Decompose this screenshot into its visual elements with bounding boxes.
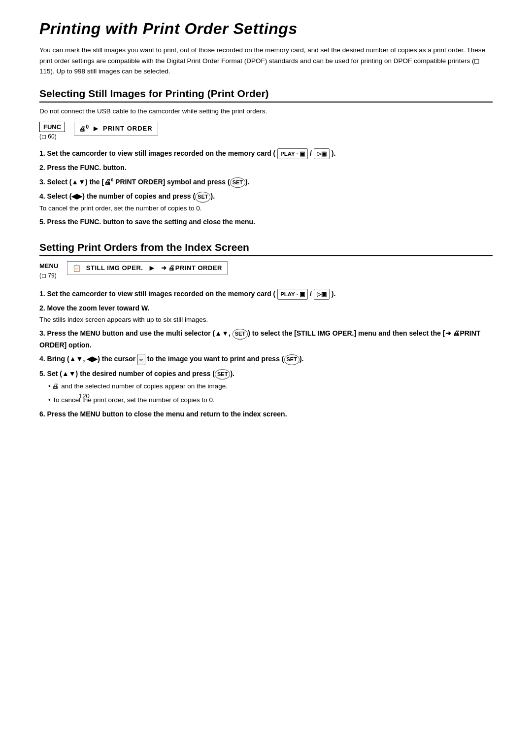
set-badge-3: SET <box>233 329 248 340</box>
page-title: Printing with Print Order Settings <box>39 20 493 38</box>
set-badge-5: SET <box>215 369 230 380</box>
intro-paragraph: You can mark the still images you want t… <box>39 45 493 77</box>
still-img-icon: 📋 <box>72 264 81 272</box>
set-badge-4: SET <box>284 354 299 365</box>
step-1-4-note: To cancel the print order, set the numbe… <box>39 203 493 214</box>
section2-wrapper: Setting Print Orders from the Index Scre… <box>39 241 493 419</box>
set-badge-2: SET <box>195 192 210 203</box>
menu-label: MENU <box>39 262 58 270</box>
cursor-symbol: ✏ <box>137 354 145 365</box>
step-1-3: 3. Select (▲▼) the [🖨0 PRINT ORDER] symb… <box>39 176 493 188</box>
func-menu-box: 🖨0 ► PRINT ORDER <box>74 122 158 136</box>
page-number: 120 <box>79 392 90 400</box>
func-ref: (◻ 60) <box>39 133 57 140</box>
menu-row: MENU (◻ 79) 📋 STILL IMG OPER. ► ➜ 🖨PRINT… <box>39 261 493 280</box>
func-menu-area: FUNC (◻ 60) 🖨0 ► PRINT ORDER <box>39 122 493 140</box>
set-badge-1: SET <box>230 177 245 188</box>
step-2-4: 4. Bring (▲▼, ◀▶) the cursor ✏ to the im… <box>39 353 493 365</box>
play-badge-2: ▷▣ <box>314 148 330 159</box>
play-badge: PLAY · ▣ <box>277 148 308 159</box>
print-order-label: PRINT ORDER <box>103 125 153 132</box>
step-1-4: 4. Select (◀▶) the number of copies and … <box>39 191 493 213</box>
step-2-2-note: The stills index screen appears with up … <box>39 314 493 325</box>
chevron-icon-2: ► <box>148 264 156 273</box>
section2-heading: Setting Print Orders from the Index Scre… <box>39 241 493 256</box>
step-2-5: 5. Set (▲▼) the desired number of copies… <box>39 368 493 406</box>
section1-subtext: Do not connect the USB cable to the camc… <box>39 107 493 115</box>
section1-heading: Selecting Still Images for Printing (Pri… <box>39 88 493 103</box>
bullet-1: 🖨 and the selected number of copies appe… <box>48 381 493 392</box>
play-badge-3: PLAY · ▣ <box>277 289 308 300</box>
print-icon-small: 🖨0 <box>79 124 89 133</box>
menu-box-full: 📋 STILL IMG OPER. ► ➜ 🖨PRINT ORDER <box>67 261 228 275</box>
step-2-6: 6. Press the MENU button to close the me… <box>39 409 493 419</box>
step-2-2: 2. Move the zoom lever toward W. The sti… <box>39 303 493 325</box>
step-2-1: 1. Set the camcorder to view still image… <box>39 288 493 300</box>
step-2-3: 3. Press the MENU button and use the mul… <box>39 328 493 350</box>
page-container: Printing with Print Order Settings You c… <box>39 20 493 419</box>
step-2-5-bullets: 🖨 and the selected number of copies appe… <box>48 381 493 405</box>
step-1-5: 5. Press the FUNC. button to save the se… <box>39 216 493 227</box>
menu-ref: (◻ 79) <box>39 272 57 279</box>
step-1-1: 1. Set the camcorder to view still image… <box>39 148 493 159</box>
chevron-icon: ► <box>92 124 100 133</box>
play-badge-4: ▷▣ <box>314 289 330 300</box>
section1-steps: 1. Set the camcorder to view still image… <box>39 148 493 228</box>
step-1-2: 2. Press the FUNC. button. <box>39 162 493 173</box>
bullet-2: To cancel the print order, set the numbe… <box>48 395 493 406</box>
arrow-print-label: ➜ 🖨PRINT ORDER <box>161 264 222 272</box>
section2-steps: 1. Set the camcorder to view still image… <box>39 288 493 419</box>
menu-label-col: MENU (◻ 79) <box>39 261 58 280</box>
func-label-col: FUNC (◻ 60) <box>39 122 65 140</box>
still-img-label: STILL IMG OPER. <box>86 264 143 272</box>
func-badge: FUNC <box>39 122 65 132</box>
